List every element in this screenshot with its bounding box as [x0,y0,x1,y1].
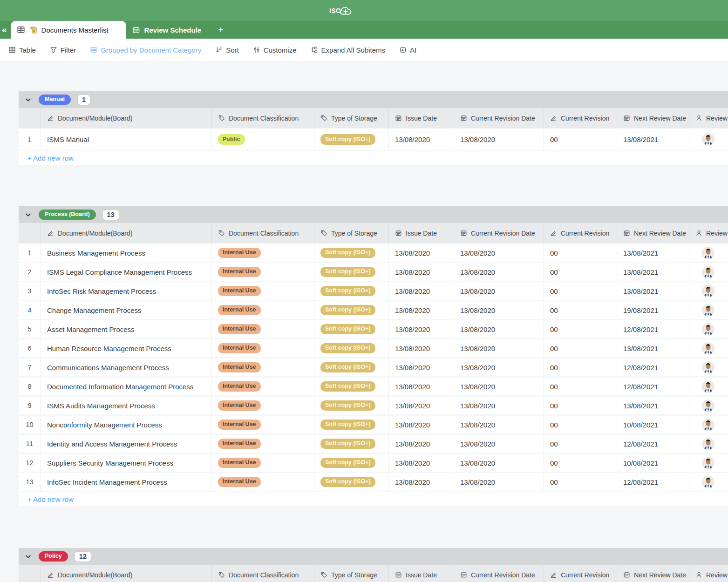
current-revision-date-cell[interactable]: 13/08/2020 [454,244,544,262]
storage-cell[interactable]: Soft copy (ISO+) [314,473,389,491]
storage-cell[interactable]: Soft copy (ISO+) [314,416,389,433]
classification-cell[interactable]: Internal Use [212,339,314,357]
storage-cell[interactable]: Soft copy (ISO+) [314,397,389,414]
reviewer-cell[interactable] [689,416,728,433]
next-review-date-cell[interactable]: 13/08/2021 [617,282,689,300]
tab-review-schedule[interactable]: Review Schedule [126,21,211,39]
next-review-date-cell[interactable]: 13/08/2021 [617,263,689,281]
document-name-cell[interactable]: Identity and Access Management Process [41,435,212,453]
storage-cell[interactable]: Soft copy (ISO+) [314,263,389,281]
next-review-date-cell[interactable]: 13/08/2021 [617,339,689,357]
row-number-cell[interactable]: 13 [19,473,41,491]
current-revision-cell[interactable]: 00 [544,473,617,491]
column-header-name[interactable]: Document/Module(Board) [41,108,212,128]
column-header-reviewer[interactable]: Review [689,223,728,243]
document-name-cell[interactable]: Asset Management Process [41,320,212,338]
toolbar-filter-button[interactable]: Filter [50,46,76,54]
classification-cell[interactable]: Internal Use [212,301,314,319]
document-name-cell[interactable]: InfoSec Incident Management Process [41,473,212,491]
current-revision-date-cell[interactable]: 13/08/2020 [454,129,544,150]
current-revision-date-cell[interactable]: 13/08/2020 [454,435,544,453]
row-number-cell[interactable]: 4 [19,301,41,319]
column-header-issue_date[interactable]: Issue Date [389,108,454,128]
next-review-date-cell[interactable]: 13/08/2021 [617,244,689,262]
column-header-storage[interactable]: Type of Storage [314,108,389,128]
classification-cell[interactable]: Internal Use [212,473,314,491]
storage-cell[interactable]: Soft copy (ISO+) [314,454,389,472]
row-number-cell[interactable]: 10 [19,416,41,433]
current-revision-cell[interactable]: 00 [544,454,617,472]
classification-cell[interactable]: Internal Use [212,359,314,376]
toolbar-expand-subitems-button[interactable]: Expand All Subitems [311,46,386,54]
add-new-row-button[interactable]: + Add new row [19,151,728,165]
classification-cell[interactable]: Public [212,129,314,150]
next-review-date-cell[interactable]: 10/08/2021 [617,454,689,472]
add-new-row-button[interactable]: + Add new row [19,492,728,506]
column-header-classification[interactable]: Document Classification [212,223,314,243]
next-review-date-cell[interactable]: 12/08/2021 [617,435,689,453]
current-revision-cell[interactable]: 00 [544,301,617,319]
document-name-cell[interactable]: ISMS Legal Compliance Management Process [41,263,212,281]
row-number-cell[interactable]: 12 [19,454,41,472]
reviewer-cell[interactable] [689,435,728,453]
document-name-cell[interactable]: Change Management Process [41,301,212,319]
current-revision-cell[interactable]: 00 [544,397,617,414]
classification-cell[interactable]: Internal Use [212,282,314,300]
column-header-name[interactable]: Document/Module(Board) [41,223,212,243]
classification-cell[interactable]: Internal Use [212,263,314,281]
issue-date-cell[interactable]: 13/08/2020 [389,397,454,414]
current-revision-cell[interactable]: 00 [544,359,617,376]
classification-cell[interactable]: Internal Use [212,397,314,414]
storage-cell[interactable]: Soft copy (ISO+) [314,359,389,376]
reviewer-cell[interactable] [689,378,728,395]
chevron-down-icon[interactable] [25,96,32,103]
toolbar-sort-button[interactable]: Sort [215,46,239,54]
column-header-current_revision_date[interactable]: Current Revision Date [454,108,544,128]
column-header-classification[interactable]: Document Classification [212,565,314,582]
reviewer-cell[interactable] [689,301,728,319]
column-header-current_revision[interactable]: Current Revision [544,223,617,243]
next-review-date-cell[interactable]: 12/08/2021 [617,320,689,338]
classification-cell[interactable]: Internal Use [212,435,314,453]
column-header-next_review_date[interactable]: Next Review Date [617,108,689,128]
column-header-current_revision[interactable]: Current Revision [544,565,617,582]
storage-cell[interactable]: Soft copy (ISO+) [314,129,389,150]
column-header-name[interactable]: Document/Module(Board) [41,565,212,582]
row-number-cell[interactable]: 11 [19,435,41,453]
storage-cell[interactable]: Soft copy (ISO+) [314,378,389,395]
document-name-cell[interactable]: Nonconformity Management Process [41,416,212,433]
chevron-down-icon[interactable] [25,553,32,560]
row-number-cell[interactable]: 3 [19,282,41,300]
reviewer-cell[interactable] [689,397,728,414]
column-header-next_review_date[interactable]: Next Review Date [617,565,689,582]
row-number-cell[interactable]: 1 [19,129,41,150]
column-header-reviewer[interactable]: Review [689,565,728,582]
document-name-cell[interactable]: Documented Information Management Proces… [41,378,212,395]
next-review-date-cell[interactable]: 19/08/2021 [617,301,689,319]
document-name-cell[interactable]: InfoSec Risk Management Process [41,282,212,300]
document-name-cell[interactable]: Business Management Process [41,244,212,262]
document-name-cell[interactable]: ISMS Audits Management Process [41,397,212,414]
storage-cell[interactable]: Soft copy (ISO+) [314,282,389,300]
issue-date-cell[interactable]: 13/08/2020 [389,378,454,395]
toolbar-group-button[interactable]: Grouped by Document Category [90,46,201,54]
column-header-issue_date[interactable]: Issue Date [389,565,454,582]
document-name-cell[interactable]: Suppliers Security Management Process [41,454,212,472]
storage-cell[interactable]: Soft copy (ISO+) [314,435,389,453]
column-header-current_revision_date[interactable]: Current Revision Date [454,565,544,582]
issue-date-cell[interactable]: 13/08/2020 [389,339,454,357]
reviewer-cell[interactable] [689,359,728,376]
column-header-next_review_date[interactable]: Next Review Date [617,223,689,243]
current-revision-cell[interactable]: 00 [544,282,617,300]
collapse-panel-button[interactable]: « [0,25,11,35]
row-number-cell[interactable]: 2 [19,263,41,281]
column-header-classification[interactable]: Document Classification [212,108,314,128]
toolbar-ai-button[interactable]: AI AI [399,46,416,54]
storage-cell[interactable]: Soft copy (ISO+) [314,301,389,319]
next-review-date-cell[interactable]: 13/08/2021 [617,397,689,414]
column-header-issue_date[interactable]: Issue Date [389,223,454,243]
issue-date-cell[interactable]: 13/08/2020 [389,416,454,433]
current-revision-cell[interactable]: 00 [544,320,617,338]
issue-date-cell[interactable]: 13/08/2020 [389,244,454,262]
current-revision-cell[interactable]: 00 [544,263,617,281]
